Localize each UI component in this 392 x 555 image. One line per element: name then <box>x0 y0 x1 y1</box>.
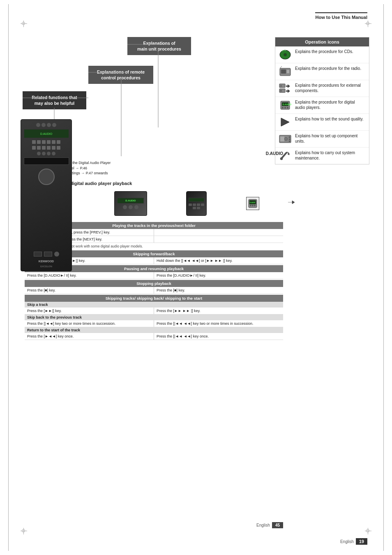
svg-point-14 <box>282 107 284 109</box>
op-icon-row-radio: Explains the procedure for the radio. <box>275 63 369 80</box>
svg-rect-23 <box>289 139 290 140</box>
op-icon-text-maintenance: Explains how to carry out system mainten… <box>295 150 366 161</box>
page-header: How to Use This Manual <box>315 12 367 20</box>
op-icon-row-cd: Explains the procedure for CDs. <box>275 46 369 63</box>
inline-remote-control <box>186 191 207 216</box>
inner-page-number: 45 <box>272 522 283 528</box>
crosshair-tl <box>21 21 27 27</box>
section-skipping-tracks: Skipping tracks/ skipping back/ skipping… <box>25 295 283 340</box>
callout-remote-procedures: Explanations of remote control procedure… <box>88 66 153 84</box>
svg-text:A: A <box>280 85 282 87</box>
svg-point-2 <box>284 54 286 56</box>
operation-icons-title: Operation icons <box>275 37 369 46</box>
svg-marker-17 <box>281 118 289 126</box>
op-icon-row-digital: D.AUDIO Explains the procedure for digit… <box>275 97 369 114</box>
inner-page-indicator: English 45 <box>256 522 283 528</box>
cd-icon <box>279 49 292 60</box>
page-lang: English <box>340 539 354 544</box>
table-row: Press the [|◄◄] key two or more times in… <box>25 320 283 327</box>
sound-quality-icon <box>279 116 292 128</box>
right-border <box>383 4 384 551</box>
svg-rect-22 <box>289 136 290 138</box>
page-title: How to Use This Manual <box>315 15 367 20</box>
digital-player-arrow <box>287 198 295 206</box>
op-icon-text-digital: Explains the procedure for digital audio… <box>295 99 366 110</box>
table-skipping-tracks: Skip a track Press the [►►|] key. Press … <box>25 302 283 340</box>
op-icon-text-external: Explains the procedures for external com… <box>295 83 366 93</box>
crosshair-br <box>365 528 371 534</box>
inline-main-unit: D.AUDIO <box>114 191 147 216</box>
external-components-icon: A B <box>279 83 292 94</box>
crosshair-tr <box>365 21 371 27</box>
svg-point-37 <box>254 205 256 206</box>
page: How to Use This Manual Operation icons E… <box>0 0 392 555</box>
main-device-illustration: D.AUDIO <box>21 119 74 275</box>
table-stopping: Press the [■] key. Press the [■] key. <box>25 287 283 294</box>
svg-rect-4 <box>281 69 286 74</box>
op-icon-text-setup: Explains how to set up component units. <box>295 133 366 144</box>
svg-point-36 <box>252 205 254 206</box>
inline-devices-area: D.AUDIO D.AUD <box>95 191 283 216</box>
table-row-sub: Skip a track <box>25 302 283 308</box>
section-stopping-header: Stopping playback <box>25 280 283 287</box>
op-icon-text-sound: Explains how to set the sound quality. <box>295 116 366 122</box>
svg-point-15 <box>284 107 286 109</box>
radio-icon <box>279 66 292 77</box>
svg-rect-24 <box>289 141 290 142</box>
op-icon-text-radio: Explains the procedure for the radio. <box>295 66 366 71</box>
svg-rect-19 <box>280 136 284 141</box>
op-icon-text-cd: Explains the procedure for CDs. <box>295 49 366 54</box>
op-icon-row-sound: Explains how to set the sound quality. <box>275 114 369 131</box>
callout-main-procedures: Explanations of main unit procedures <box>127 37 191 55</box>
svg-point-16 <box>287 107 288 109</box>
callout-related-functions: Related functions that may also be helpf… <box>23 91 86 109</box>
operation-icons-panel: Operation icons Explains the procedure f… <box>275 37 369 164</box>
svg-line-6 <box>280 66 282 68</box>
table-row: Press the [►◄◄] key once. Press the [|◄◄… <box>25 333 283 340</box>
daudio-label: D.AUDIO <box>266 151 283 156</box>
section-skipping-tracks-header: Skipping tracks/ skipping back/ skipping… <box>25 295 283 302</box>
svg-text:B: B <box>280 90 282 92</box>
setup-icon <box>279 133 292 145</box>
svg-rect-5 <box>287 70 289 73</box>
digital-audio-icon: D.AUDIO <box>279 99 292 111</box>
svg-text:D.AUD: D.AUD <box>250 201 255 204</box>
left-border <box>8 4 9 551</box>
svg-point-35 <box>250 205 251 206</box>
table-row-sub: Return to the start of the track <box>25 327 283 333</box>
table-row-sub: Skip back to the previous track <box>25 314 283 321</box>
page-number-indicator: English 19 <box>340 538 367 545</box>
svg-point-25 <box>280 157 283 160</box>
section-stopping: Stopping playback Press the [■] key. Pre… <box>25 280 283 294</box>
svg-point-21 <box>285 138 287 140</box>
inline-digital-player-icon: D.AUD <box>246 197 259 210</box>
svg-text:D.AUDIO: D.AUDIO <box>283 103 291 106</box>
table-row: Press the [►►|] key. Press the [►► ►► |]… <box>25 308 283 314</box>
op-icon-row-external: A B Explains the procedures for external… <box>275 80 369 97</box>
crosshair-bl <box>21 528 27 534</box>
page-number: 19 <box>356 538 367 545</box>
op-icon-row-setup: Explains how to set up component units. <box>275 131 369 148</box>
inner-lang: English <box>256 523 270 527</box>
op-icon-row-maintenance: Explains how to carry out system mainten… <box>275 148 369 164</box>
table-row: Press the [■] key. Press the [■] key. <box>25 287 283 294</box>
